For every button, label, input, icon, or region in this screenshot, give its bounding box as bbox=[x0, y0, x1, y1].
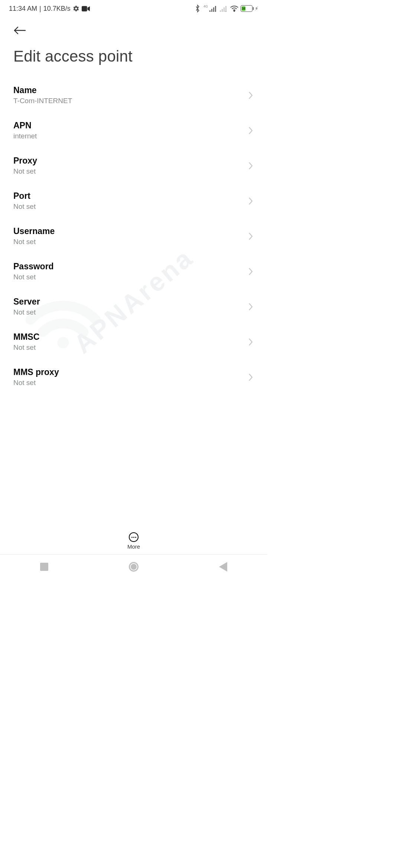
video-icon bbox=[82, 6, 90, 11]
chevron-right-icon bbox=[248, 162, 253, 170]
status-bar: 11:34 AM | 10.7KB/s 4G x 38 ⚡︎ bbox=[0, 0, 267, 16]
more-label: More bbox=[127, 543, 140, 550]
chevron-right-icon bbox=[248, 373, 253, 381]
svg-point-11 bbox=[234, 10, 235, 11]
row-server[interactable]: Server Not set bbox=[13, 289, 254, 325]
row-value: Not set bbox=[13, 203, 36, 211]
row-label: Password bbox=[13, 262, 54, 272]
row-name[interactable]: Name T-Com-INTERNET bbox=[13, 78, 254, 113]
row-value: Not set bbox=[13, 167, 37, 175]
row-value: Not set bbox=[13, 379, 59, 387]
row-value: Not set bbox=[13, 273, 54, 281]
chevron-right-icon bbox=[248, 91, 253, 99]
svg-rect-3 bbox=[211, 9, 212, 12]
row-mmsc[interactable]: MMSC Not set bbox=[13, 325, 254, 360]
row-apn[interactable]: APN internet bbox=[13, 113, 254, 148]
nav-recents-button[interactable] bbox=[40, 563, 48, 571]
bluetooth-icon bbox=[195, 4, 200, 13]
svg-rect-6 bbox=[220, 10, 221, 12]
nav-bar bbox=[0, 554, 267, 579]
battery-icon: 38 bbox=[241, 5, 252, 12]
chevron-right-icon bbox=[248, 197, 253, 205]
row-label: Port bbox=[13, 191, 36, 201]
chevron-right-icon bbox=[248, 232, 253, 240]
svg-rect-5 bbox=[215, 6, 216, 12]
more-button[interactable]: More bbox=[0, 529, 267, 550]
charging-icon: ⚡︎ bbox=[255, 6, 258, 11]
row-label: Name bbox=[13, 85, 72, 95]
row-label: Server bbox=[13, 297, 40, 307]
row-label: APN bbox=[13, 121, 37, 131]
settings-list: Name T-Com-INTERNET APN internet Proxy N… bbox=[13, 78, 254, 395]
row-username[interactable]: Username Not set bbox=[13, 219, 254, 254]
row-label: Username bbox=[13, 226, 55, 236]
signal-sim2-icon: x bbox=[220, 5, 228, 12]
status-speed: 10.7KB/s bbox=[43, 5, 71, 13]
chevron-right-icon bbox=[248, 126, 253, 135]
row-value: Not set bbox=[13, 343, 39, 352]
chevron-right-icon bbox=[248, 267, 253, 276]
status-time: 11:34 AM bbox=[9, 5, 37, 13]
row-label: MMS proxy bbox=[13, 367, 59, 377]
row-port[interactable]: Port Not set bbox=[13, 184, 254, 219]
row-mms-proxy[interactable]: MMS proxy Not set bbox=[13, 360, 254, 395]
svg-rect-2 bbox=[209, 10, 211, 12]
svg-text:x: x bbox=[225, 10, 227, 12]
back-button[interactable] bbox=[13, 25, 26, 36]
svg-rect-8 bbox=[224, 7, 225, 12]
svg-rect-1 bbox=[82, 6, 87, 11]
row-password[interactable]: Password Not set bbox=[13, 254, 254, 289]
row-proxy[interactable]: Proxy Not set bbox=[13, 148, 254, 184]
svg-rect-7 bbox=[222, 9, 223, 12]
page-title: Edit access point bbox=[13, 44, 254, 78]
battery-percent: 38 bbox=[242, 7, 245, 10]
nav-back-button[interactable] bbox=[219, 562, 227, 572]
row-value: Not set bbox=[13, 308, 40, 316]
row-value: T-Com-INTERNET bbox=[13, 97, 72, 105]
nav-home-button[interactable] bbox=[129, 562, 138, 572]
row-label: MMSC bbox=[13, 332, 39, 342]
status-sep: | bbox=[39, 5, 41, 13]
row-value: Not set bbox=[13, 238, 55, 246]
row-label: Proxy bbox=[13, 156, 37, 166]
signal-sim1-icon bbox=[209, 5, 218, 12]
wifi-icon bbox=[230, 5, 238, 12]
svg-rect-4 bbox=[213, 7, 214, 12]
more-icon bbox=[129, 532, 138, 542]
chevron-right-icon bbox=[248, 338, 253, 346]
row-value: internet bbox=[13, 132, 37, 140]
network-type-label: 4G bbox=[203, 4, 208, 8]
chevron-right-icon bbox=[248, 303, 253, 311]
gear-icon bbox=[73, 5, 79, 12]
